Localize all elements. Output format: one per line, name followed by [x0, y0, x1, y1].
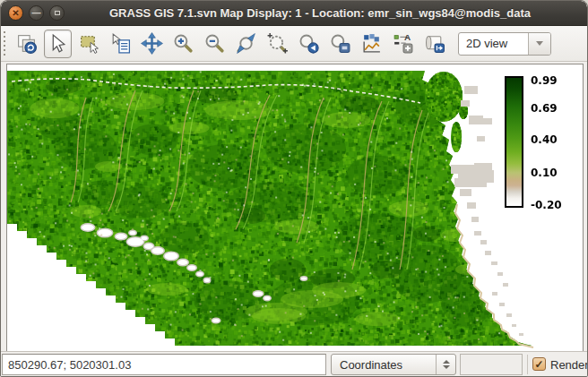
zoom-options-button[interactable] — [326, 30, 354, 58]
render-map-button[interactable] — [13, 30, 40, 58]
toolbar-grip[interactable] — [3, 31, 7, 56]
zoom-region-button[interactable] — [264, 30, 291, 58]
statusbar-mode-choice[interactable]: Coordinates — [331, 354, 456, 375]
render-map-icon — [15, 32, 38, 55]
statusbar-separator — [527, 355, 528, 374]
statusbar-mode-spinner[interactable] — [436, 355, 455, 374]
statusbar: 850290.67; 5020301.03 Coordinates ✓ Rend… — [1, 351, 587, 376]
save-print-display-button[interactable] — [420, 30, 448, 58]
zoom-region-icon — [266, 32, 289, 55]
statusbar-mode-value: Coordinates — [332, 355, 436, 374]
legend-label: 0.10 — [531, 167, 570, 178]
view-mode-dropdown-button[interactable] — [528, 33, 550, 55]
grass-map-display-window: ✕ — GRASS GIS 7.1.svn Map Display: 1 - L… — [0, 0, 588, 377]
render-label: Render — [550, 358, 588, 372]
pan-button[interactable] — [138, 30, 166, 58]
zoom-in-icon — [172, 32, 195, 55]
view-mode-value: 2D view — [459, 33, 528, 55]
coordinates-display: 850290.67; 5020301.03 — [2, 354, 326, 375]
zoom-extent-icon — [235, 32, 257, 55]
zoom-back-icon — [298, 32, 320, 55]
zoom-out-icon — [203, 32, 226, 55]
svg-text:A: A — [404, 32, 411, 42]
legend-label: 0.40 — [531, 134, 570, 145]
add-map-elements-icon: A — [392, 32, 414, 55]
titlebar: ✕ — GRASS GIS 7.1.svn Map Display: 1 - L… — [1, 1, 587, 26]
select-features-button[interactable] — [75, 30, 103, 58]
chevron-down-icon — [536, 41, 543, 46]
render-checkbox[interactable]: ✓ — [532, 357, 546, 371]
legend-label: 0.99 — [531, 75, 570, 86]
zoom-out-button[interactable] — [201, 30, 229, 58]
analyze-map-icon — [360, 32, 383, 55]
zoom-back-button[interactable] — [295, 30, 323, 58]
legend-color-bar — [505, 76, 523, 208]
query-icon — [109, 32, 132, 55]
zoom-options-icon — [329, 32, 351, 55]
legend-label: -0.20 — [531, 200, 570, 210]
close-button[interactable]: ✕ — [8, 5, 23, 21]
map-display-area: 0.99 0.69 0.40 0.10 -0.20 — [6, 64, 584, 353]
chevron-up-icon — [443, 360, 450, 364]
map-raster[interactable] — [7, 64, 583, 352]
zoom-in-button[interactable] — [169, 30, 197, 58]
query-button[interactable] — [107, 30, 134, 58]
pointer-button[interactable] — [44, 30, 72, 58]
map-toolbar: A 2D view — [1, 26, 587, 62]
save-print-display-icon — [423, 32, 445, 55]
statusbar-progress-panel — [460, 354, 523, 375]
chevron-down-icon — [443, 365, 450, 369]
zoom-extent-button[interactable] — [232, 30, 260, 58]
pan-icon — [141, 32, 163, 55]
minimize-button[interactable]: — — [29, 5, 44, 21]
maximize-button[interactable] — [49, 5, 65, 21]
window-title: GRASS GIS 7.1.svn Map Display: 1 - Locat… — [109, 6, 531, 20]
pointer-icon — [47, 32, 69, 55]
select-features-icon — [78, 32, 100, 55]
view-mode-combobox[interactable]: 2D view — [458, 32, 551, 56]
legend-label: 0.69 — [531, 103, 570, 114]
analyze-map-button[interactable] — [358, 30, 385, 58]
add-map-elements-button[interactable]: A — [389, 30, 417, 58]
